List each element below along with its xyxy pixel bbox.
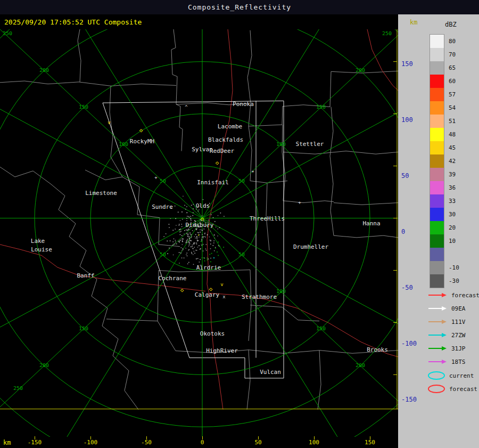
range-ring-label: 150	[79, 326, 88, 332]
right-axis-label: 50	[401, 172, 409, 180]
window-title: Composite_Reflectivity	[188, 3, 291, 11]
right-axis-label: 100	[401, 116, 413, 124]
bottom-axis-tick	[146, 436, 147, 439]
dbz-scale-cell	[430, 194, 444, 208]
vector-arrow-icon	[428, 332, 447, 338]
vector-arrow-icon	[428, 305, 447, 312]
range-ring-label: 200	[356, 363, 365, 369]
right-axis-label: -100	[401, 340, 417, 347]
station-marker: +	[154, 175, 157, 181]
dbz-scale-cell	[430, 128, 444, 141]
highways	[0, 29, 398, 410]
dbz-scale-value: 39	[449, 171, 456, 178]
dbz-scale-cell	[430, 48, 444, 61]
range-ring-label: 50	[238, 178, 245, 184]
legend-vector-label: 31JP	[451, 345, 466, 352]
bottom-axis-tick	[370, 436, 370, 439]
place-label: Drumheller	[293, 244, 328, 251]
legend-ellipse-label: current	[449, 372, 474, 379]
station-marker: ◇	[180, 287, 184, 294]
dbz-scale-title: dBZ	[445, 21, 457, 28]
range-ring-label: 100	[119, 142, 128, 148]
place-label: Airdrie	[196, 264, 221, 271]
dbz-scale-cell	[430, 101, 444, 115]
dbz-scale-cell	[430, 61, 444, 75]
legend-vector-row: 18TS	[428, 358, 466, 365]
dbz-scale-cell	[430, 221, 444, 234]
range-ring-label: 250	[3, 31, 12, 37]
dbz-scale-cell	[430, 115, 444, 128]
vector-arrow-icon	[428, 319, 447, 325]
bottom-axis-unit: km	[3, 439, 11, 446]
legend-vector-label: 27ZW	[451, 332, 466, 339]
right-axis-unit: km	[410, 19, 417, 26]
range-ring-label: 200	[39, 363, 49, 369]
dbz-scale-value: 36	[449, 184, 456, 191]
bottom-axis-label: 150	[359, 439, 381, 446]
dbz-scale-cell	[430, 35, 444, 48]
station-marker: ^	[185, 105, 187, 110]
station-marker: *	[251, 170, 254, 176]
place-label: HighRiver	[206, 348, 238, 355]
range-ring-label: 50	[238, 252, 245, 258]
dbz-scale-value: 51	[449, 118, 456, 125]
range-ring-label: 200	[39, 68, 49, 74]
place-labels: PonokaLacombeBlackfaldsRedDeerSylvanRock…	[31, 101, 388, 375]
storm-ellipse-icon	[428, 385, 445, 393]
dbz-scale-value: -10	[449, 264, 459, 271]
place-label: Sundre	[152, 203, 173, 210]
station-marker: v	[108, 120, 110, 125]
place-label: Ponoka	[233, 101, 254, 108]
place-label: Didsbury	[186, 222, 214, 229]
legend-vector-row: 09EA	[428, 305, 466, 312]
legend-ellipse-row: current	[428, 372, 474, 379]
map-canvas[interactable]: 5010015020025050100150200250501502002505…	[0, 29, 398, 437]
bottom-axis-label: 50	[247, 439, 269, 446]
place-label: Sylvan	[192, 146, 213, 153]
place-label: Innisfail	[197, 179, 229, 186]
place-label: Vulcan	[260, 369, 281, 376]
place-label: Limestone	[85, 190, 117, 197]
dbz-scale-cell	[430, 141, 444, 154]
bottom-axis-label: -50	[136, 439, 157, 446]
dbz-scale-value: 48	[449, 131, 456, 138]
radar-application-window: Composite_Reflectivity 2025/09/20 17:05:…	[0, 0, 479, 448]
dbz-scale-value: 45	[449, 144, 456, 151]
bottom-axis-label: 100	[303, 439, 325, 446]
dbz-scale-value: 65	[449, 64, 456, 71]
dbz-scale-cell	[430, 248, 444, 261]
dbz-scale-value: 57	[449, 91, 456, 98]
legend-vector-label: 18TS	[451, 359, 466, 365]
dbz-scale-value: 20	[449, 224, 456, 231]
dbz-scale-value: 30	[449, 211, 456, 218]
place-label: RockyMH	[130, 138, 154, 145]
legend-ellipse-label: forecast	[449, 386, 477, 393]
dbz-scale-cell	[430, 88, 444, 101]
bottom-axis-tick	[314, 436, 315, 439]
station-marker: ◇	[139, 127, 143, 134]
legend-vector-row: 31JP	[428, 345, 466, 352]
station-marker: ◇	[209, 286, 213, 292]
dbz-scale-value: -30	[449, 278, 459, 284]
place-label: Lacombe	[218, 123, 242, 130]
place-label: Blackfalds	[208, 136, 243, 143]
dbz-scale-cell	[430, 261, 444, 274]
bottom-axis-tick	[258, 436, 259, 439]
place-label: Strathmore	[242, 294, 277, 300]
storm-ellipse-icon	[428, 371, 445, 380]
range-ring-label: 150	[79, 104, 88, 110]
station-marker: ◇	[216, 159, 219, 166]
right-axis-label: 0	[401, 228, 405, 235]
range-ring-label: 200	[356, 68, 365, 74]
station-marker: x	[222, 294, 225, 299]
dbz-scale-value: 10	[449, 238, 456, 245]
range-ring-label: 150	[316, 104, 326, 110]
dbz-scale-value: 60	[449, 78, 456, 85]
place-label: Hanna	[362, 221, 380, 227]
dbz-scale-cell	[430, 234, 444, 248]
dbz-scale-value: 70	[449, 51, 456, 58]
legend-ellipse-row: forecast	[428, 385, 477, 393]
right-axis-label: -50	[401, 284, 413, 291]
dbz-scale-cell	[430, 274, 444, 288]
bottom-axis-label: -100	[80, 439, 101, 446]
